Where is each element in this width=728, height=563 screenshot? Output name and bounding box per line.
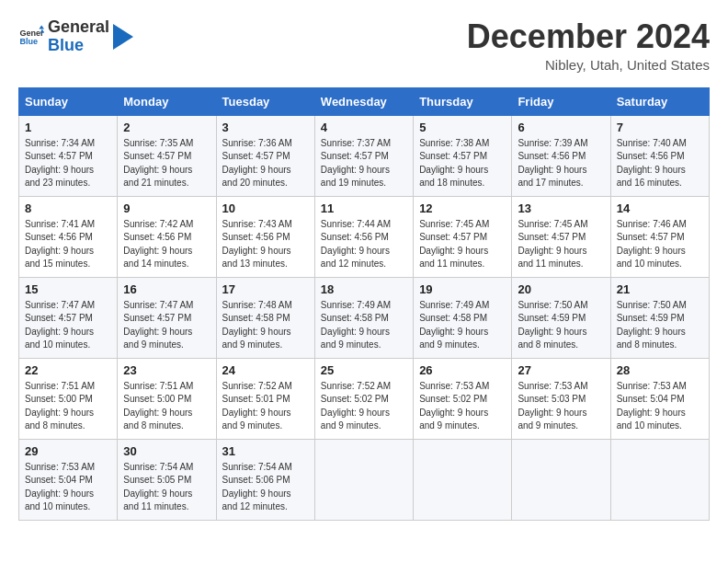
day-info: Sunrise: 7:54 AM Sunset: 5:05 PM Dayligh… bbox=[123, 461, 210, 514]
day-number: 19 bbox=[419, 282, 506, 296]
table-row: 13 Sunrise: 7:45 AM Sunset: 4:57 PM Dayl… bbox=[512, 196, 610, 277]
table-row: 17 Sunrise: 7:48 AM Sunset: 4:58 PM Dayl… bbox=[216, 277, 314, 358]
col-saturday: Saturday bbox=[610, 87, 709, 115]
table-row bbox=[414, 439, 512, 520]
day-number: 10 bbox=[222, 201, 309, 215]
day-number: 1 bbox=[25, 121, 111, 134]
day-number: 4 bbox=[321, 121, 407, 134]
day-info: Sunrise: 7:50 AM Sunset: 4:59 PM Dayligh… bbox=[518, 299, 604, 352]
col-sunday: Sunday bbox=[19, 87, 118, 115]
day-info: Sunrise: 7:44 AM Sunset: 4:56 PM Dayligh… bbox=[321, 218, 407, 271]
day-number: 22 bbox=[25, 363, 111, 377]
day-info: Sunrise: 7:36 AM Sunset: 4:57 PM Dayligh… bbox=[222, 137, 309, 190]
table-row: 28 Sunrise: 7:53 AM Sunset: 5:04 PM Dayl… bbox=[610, 358, 709, 439]
day-info: Sunrise: 7:38 AM Sunset: 4:57 PM Dayligh… bbox=[419, 137, 506, 190]
table-row: 25 Sunrise: 7:52 AM Sunset: 5:02 PM Dayl… bbox=[314, 358, 413, 439]
logo-text-general: General bbox=[48, 18, 109, 37]
day-info: Sunrise: 7:48 AM Sunset: 4:58 PM Dayligh… bbox=[222, 299, 309, 352]
table-row: 2 Sunrise: 7:35 AM Sunset: 4:57 PM Dayli… bbox=[118, 115, 216, 196]
table-row: 24 Sunrise: 7:52 AM Sunset: 5:01 PM Dayl… bbox=[216, 358, 314, 439]
header-row: Sunday Monday Tuesday Wednesday Thursday… bbox=[19, 87, 710, 115]
day-info: Sunrise: 7:52 AM Sunset: 5:01 PM Dayligh… bbox=[222, 380, 309, 433]
day-number: 28 bbox=[617, 363, 703, 377]
day-number: 18 bbox=[321, 282, 407, 296]
month-title: December 2024 bbox=[467, 18, 710, 55]
day-info: Sunrise: 7:49 AM Sunset: 4:58 PM Dayligh… bbox=[321, 299, 407, 352]
day-number: 29 bbox=[25, 444, 111, 458]
day-number: 7 bbox=[617, 121, 703, 134]
logo: General Blue General Blue bbox=[18, 18, 133, 55]
table-row: 26 Sunrise: 7:53 AM Sunset: 5:02 PM Dayl… bbox=[414, 358, 512, 439]
day-info: Sunrise: 7:35 AM Sunset: 4:57 PM Dayligh… bbox=[123, 137, 210, 190]
table-row: 10 Sunrise: 7:43 AM Sunset: 4:56 PM Dayl… bbox=[216, 196, 314, 277]
table-row: 16 Sunrise: 7:47 AM Sunset: 4:57 PM Dayl… bbox=[118, 277, 216, 358]
table-row: 11 Sunrise: 7:44 AM Sunset: 4:56 PM Dayl… bbox=[314, 196, 413, 277]
day-info: Sunrise: 7:47 AM Sunset: 4:57 PM Dayligh… bbox=[25, 299, 111, 352]
table-row: 6 Sunrise: 7:39 AM Sunset: 4:56 PM Dayli… bbox=[512, 115, 610, 196]
table-row: 12 Sunrise: 7:45 AM Sunset: 4:57 PM Dayl… bbox=[414, 196, 512, 277]
day-number: 27 bbox=[518, 363, 604, 377]
day-info: Sunrise: 7:47 AM Sunset: 4:57 PM Dayligh… bbox=[123, 299, 210, 352]
day-number: 14 bbox=[617, 201, 703, 215]
day-info: Sunrise: 7:52 AM Sunset: 5:02 PM Dayligh… bbox=[321, 380, 407, 433]
day-number: 9 bbox=[123, 201, 210, 215]
day-number: 20 bbox=[518, 282, 604, 296]
table-row: 19 Sunrise: 7:49 AM Sunset: 4:58 PM Dayl… bbox=[414, 277, 512, 358]
calendar-row: 1 Sunrise: 7:34 AM Sunset: 4:57 PM Dayli… bbox=[19, 115, 710, 196]
day-info: Sunrise: 7:53 AM Sunset: 5:03 PM Dayligh… bbox=[518, 380, 604, 433]
logo-text-blue: Blue bbox=[48, 37, 109, 55]
day-info: Sunrise: 7:51 AM Sunset: 5:00 PM Dayligh… bbox=[123, 380, 210, 433]
day-info: Sunrise: 7:49 AM Sunset: 4:58 PM Dayligh… bbox=[419, 299, 506, 352]
table-row: 7 Sunrise: 7:40 AM Sunset: 4:56 PM Dayli… bbox=[610, 115, 709, 196]
table-row: 9 Sunrise: 7:42 AM Sunset: 4:56 PM Dayli… bbox=[118, 196, 216, 277]
day-number: 5 bbox=[419, 121, 506, 134]
table-row: 20 Sunrise: 7:50 AM Sunset: 4:59 PM Dayl… bbox=[512, 277, 610, 358]
col-monday: Monday bbox=[118, 87, 216, 115]
day-info: Sunrise: 7:46 AM Sunset: 4:57 PM Dayligh… bbox=[617, 218, 703, 271]
calendar-row: 29 Sunrise: 7:53 AM Sunset: 5:04 PM Dayl… bbox=[19, 439, 710, 520]
day-number: 25 bbox=[321, 363, 407, 377]
day-number: 13 bbox=[518, 201, 604, 215]
day-info: Sunrise: 7:37 AM Sunset: 4:57 PM Dayligh… bbox=[321, 137, 407, 190]
day-number: 3 bbox=[222, 121, 309, 134]
location: Nibley, Utah, United States bbox=[467, 57, 710, 73]
day-number: 6 bbox=[518, 121, 604, 134]
day-info: Sunrise: 7:34 AM Sunset: 4:57 PM Dayligh… bbox=[25, 137, 111, 190]
calendar-row: 8 Sunrise: 7:41 AM Sunset: 4:56 PM Dayli… bbox=[19, 196, 710, 277]
calendar-row: 15 Sunrise: 7:47 AM Sunset: 4:57 PM Dayl… bbox=[19, 277, 710, 358]
table-row: 14 Sunrise: 7:46 AM Sunset: 4:57 PM Dayl… bbox=[610, 196, 709, 277]
day-number: 8 bbox=[25, 201, 111, 215]
day-info: Sunrise: 7:53 AM Sunset: 5:02 PM Dayligh… bbox=[419, 380, 506, 433]
day-number: 11 bbox=[321, 201, 407, 215]
calendar-table: Sunday Monday Tuesday Wednesday Thursday… bbox=[18, 87, 710, 521]
day-info: Sunrise: 7:39 AM Sunset: 4:56 PM Dayligh… bbox=[518, 137, 604, 190]
table-row: 15 Sunrise: 7:47 AM Sunset: 4:57 PM Dayl… bbox=[19, 277, 118, 358]
svg-marker-4 bbox=[113, 24, 133, 50]
logo-arrow-icon bbox=[113, 24, 133, 50]
day-info: Sunrise: 7:41 AM Sunset: 4:56 PM Dayligh… bbox=[25, 218, 111, 271]
day-info: Sunrise: 7:54 AM Sunset: 5:06 PM Dayligh… bbox=[222, 461, 309, 514]
day-number: 21 bbox=[617, 282, 703, 296]
day-number: 12 bbox=[419, 201, 506, 215]
table-row: 3 Sunrise: 7:36 AM Sunset: 4:57 PM Dayli… bbox=[216, 115, 314, 196]
table-row: 21 Sunrise: 7:50 AM Sunset: 4:59 PM Dayl… bbox=[610, 277, 709, 358]
logo-icon: General Blue bbox=[18, 24, 44, 50]
col-friday: Friday bbox=[512, 87, 610, 115]
day-number: 15 bbox=[25, 282, 111, 296]
table-row bbox=[314, 439, 413, 520]
table-row: 30 Sunrise: 7:54 AM Sunset: 5:05 PM Dayl… bbox=[118, 439, 216, 520]
day-number: 2 bbox=[123, 121, 210, 134]
col-tuesday: Tuesday bbox=[216, 87, 314, 115]
table-row: 18 Sunrise: 7:49 AM Sunset: 4:58 PM Dayl… bbox=[314, 277, 413, 358]
day-info: Sunrise: 7:53 AM Sunset: 5:04 PM Dayligh… bbox=[617, 380, 703, 433]
col-thursday: Thursday bbox=[414, 87, 512, 115]
day-info: Sunrise: 7:50 AM Sunset: 4:59 PM Dayligh… bbox=[617, 299, 703, 352]
day-info: Sunrise: 7:45 AM Sunset: 4:57 PM Dayligh… bbox=[518, 218, 604, 271]
table-row: 23 Sunrise: 7:51 AM Sunset: 5:00 PM Dayl… bbox=[118, 358, 216, 439]
svg-marker-2 bbox=[39, 25, 44, 29]
day-info: Sunrise: 7:42 AM Sunset: 4:56 PM Dayligh… bbox=[123, 218, 210, 271]
day-number: 30 bbox=[123, 444, 210, 458]
day-info: Sunrise: 7:40 AM Sunset: 4:56 PM Dayligh… bbox=[617, 137, 703, 190]
table-row: 4 Sunrise: 7:37 AM Sunset: 4:57 PM Dayli… bbox=[314, 115, 413, 196]
day-number: 31 bbox=[222, 444, 309, 458]
